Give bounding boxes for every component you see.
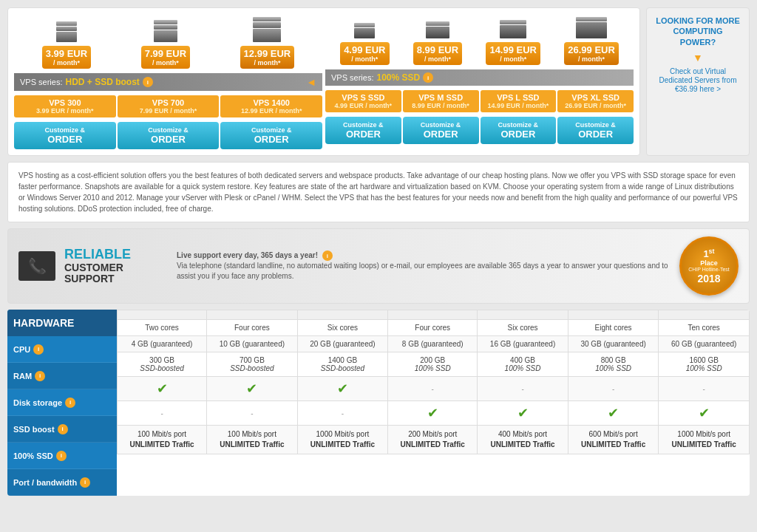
hw-row-disk: Disk storage i xyxy=(7,389,117,416)
table-cell-5: 30 GB (guaranteed) xyxy=(568,336,659,352)
hdd-server-2: 7.99 EUR / month* xyxy=(140,20,191,70)
ssd-section: 4.99 EUR / month* 8.99 EUR / mon xyxy=(325,14,634,149)
support-desc: Via telephone (standard landline, no aut… xyxy=(177,261,671,282)
table-area: Two coresFour coresSix coresFour coresSi… xyxy=(117,310,750,496)
table-cell-6: 1600 GB100% SSD xyxy=(659,352,750,377)
hdd-price-2: 7.99 EUR / month* xyxy=(141,46,190,69)
ssd-series-name: 100% SSD xyxy=(376,72,420,83)
table-cell-2: ✔ xyxy=(297,377,388,401)
info-icon-ssd[interactable]: i xyxy=(423,72,433,83)
table-cell-2: 20 GB (guaranteed) xyxy=(297,336,388,352)
hw-label-bandwidth: Port / bandwidth xyxy=(13,478,77,487)
hw-label-cpu: CPU xyxy=(13,345,30,354)
award-label: CHIP Hotline-Test xyxy=(688,267,730,273)
ssd-server-graphic-4 xyxy=(563,17,620,38)
promo-arrow-icon: ▼ xyxy=(654,52,741,64)
ssd-price-3: 14.99 EUR / month* xyxy=(486,42,540,65)
promo-title: LOOKING FOR MORE COMPUTING POWER? xyxy=(654,16,741,47)
table-cell-0: 300 GBSSD-boosted xyxy=(118,352,207,377)
phone-icon: 📞 xyxy=(18,251,55,281)
arrow-left[interactable]: ◄ xyxy=(306,76,316,88)
hdd-order-btn-2[interactable]: Customize & ORDER xyxy=(118,122,220,149)
ssd-price-2: 8.99 EUR / month* xyxy=(413,42,462,65)
table-cell-2: - xyxy=(297,401,388,426)
table-cell-0: 4 GB (guaranteed) xyxy=(118,336,207,352)
table-cell-2: Six cores xyxy=(297,320,388,336)
table-cell-3: 200 GB100% SSD xyxy=(388,352,478,377)
support-section: 📞 RELIABLE CUSTOMER SUPPORT Live support… xyxy=(7,228,750,304)
table-cell-5: 800 GB100% SSD xyxy=(568,352,659,377)
info-text: VPS hosting as a cost-efficient solution… xyxy=(7,162,750,222)
hdd-plan-headers: VPS 300 3.99 EUR / month* VPS 700 7.99 E… xyxy=(14,95,322,117)
col-header-7 xyxy=(659,310,750,320)
ssd-plan-header-4: VPS XL SSD 26.99 EUR / month* xyxy=(557,90,634,112)
award-badge: 1st Place CHIP Hotline-Test 2018 xyxy=(679,236,739,296)
table-cell-6: Ten cores xyxy=(659,320,750,336)
hw-label-ssd-boost: SSD boost xyxy=(13,425,55,434)
info-icon-hdd[interactable]: i xyxy=(143,77,153,87)
ssd-price-1: 4.99 EUR / month* xyxy=(340,42,389,65)
dash: - xyxy=(342,409,344,417)
info-icon-ram[interactable]: i xyxy=(35,371,45,381)
hw-row-100ssd: 100% SSD i xyxy=(7,443,117,469)
info-icon-bandwidth[interactable]: i xyxy=(80,477,90,488)
server-graphic-2 xyxy=(140,20,191,42)
table-cell-4: - xyxy=(478,377,568,401)
hdd-price-3: 12.99 EUR / month* xyxy=(240,46,295,69)
info-icon-disk[interactable]: i xyxy=(65,398,75,408)
table-cell-6: ✔ xyxy=(659,401,750,426)
hdd-plan-header-3: VPS 1400 12.99 EUR / month* xyxy=(220,95,322,117)
col-header-1 xyxy=(118,310,207,320)
support-title-block: RELIABLE CUSTOMER SUPPORT xyxy=(64,248,168,285)
support-title: RELIABLE xyxy=(64,248,168,262)
hdd-order-btn-3[interactable]: Customize & ORDER xyxy=(220,122,322,149)
dash: - xyxy=(703,385,705,393)
bandwidth-cell-3: 200 Mbit/s portUNLIMITED Traffic xyxy=(388,426,478,454)
hdd-order-buttons: Customize & ORDER Customize & ORDER Cust… xyxy=(14,122,322,149)
dash: - xyxy=(432,385,434,393)
col-header-3 xyxy=(297,310,388,320)
hdd-order-btn-1[interactable]: Customize & ORDER xyxy=(14,122,116,149)
ssd-server-2: 8.99 EUR / month* xyxy=(412,21,464,66)
ssd-series-label: VPS series: xyxy=(331,73,373,82)
promo-desc: Check out Virtual Dedicated Servers from… xyxy=(654,66,741,93)
ssd-order-btn-2[interactable]: Customize & ORDER xyxy=(403,117,479,144)
bandwidth-cell-1: 100 Mbit/s portUNLIMITED Traffic xyxy=(207,426,298,454)
check-icon: ✔ xyxy=(337,381,348,396)
hw-label-disk: Disk storage xyxy=(13,398,62,407)
hw-row-bandwidth: Port / bandwidth i xyxy=(7,469,117,496)
table-cell-5: ✔ xyxy=(568,401,659,426)
table-cell-1: 700 GBSSD-boosted xyxy=(207,352,298,377)
check-icon: ✔ xyxy=(699,406,710,420)
hdd-series-bar: VPS series: HDD + SSD boost i ◄ xyxy=(14,73,322,91)
server-graphic-1 xyxy=(41,21,92,42)
award-place: Place xyxy=(700,259,718,267)
hdd-series-name: HDD + SSD boost xyxy=(65,77,139,87)
promo-link[interactable]: Check out Virtual Dedicated Servers from… xyxy=(659,67,736,93)
comparison-table: Two coresFour coresSix coresFour coresSi… xyxy=(117,310,750,454)
table-cell-2: 1400 GBSSD-boosted xyxy=(297,352,388,377)
support-subtitle: CUSTOMER SUPPORT xyxy=(64,262,168,285)
col-header-6 xyxy=(568,310,659,320)
hardware-header: HARDWARE xyxy=(7,310,117,336)
info-icon-cpu[interactable]: i xyxy=(33,344,44,355)
table-cell-3: Four cores xyxy=(388,320,478,336)
ssd-order-btn-1[interactable]: Customize & ORDER xyxy=(325,117,401,144)
plans-wrapper: 3.99 EUR / month* xyxy=(14,14,634,149)
hdd-prices-row: 3.99 EUR / month* xyxy=(14,14,322,73)
info-icon-ssd-boost[interactable]: i xyxy=(58,424,68,434)
table-cell-5: - xyxy=(568,377,659,401)
ssd-order-btn-4[interactable]: Customize & ORDER xyxy=(557,117,634,144)
ssd-plan-header-3: VPS L SSD 14.99 EUR / month* xyxy=(481,90,557,112)
bandwidth-cell-6: 1000 Mbit/s portUNLIMITED Traffic xyxy=(659,426,750,454)
ssd-plan-header-1: VPS S SSD 4.99 EUR / month* xyxy=(325,90,401,112)
table-cell-6: 60 GB (guaranteed) xyxy=(659,336,750,352)
hdd-section: 3.99 EUR / month* xyxy=(14,14,322,149)
ssd-plan-header-2: VPS M SSD 8.99 EUR / month* xyxy=(403,90,479,112)
info-icon-100ssd[interactable]: i xyxy=(56,451,67,461)
info-icon-support[interactable]: i xyxy=(322,250,333,261)
hardware-labels: HARDWARE CPU i RAM i Disk storage i SSD … xyxy=(7,310,117,496)
hw-label-ram: RAM xyxy=(13,372,32,381)
ssd-order-btn-3[interactable]: Customize & ORDER xyxy=(481,117,557,144)
ssd-server-1: 4.99 EUR / month* xyxy=(339,23,390,66)
